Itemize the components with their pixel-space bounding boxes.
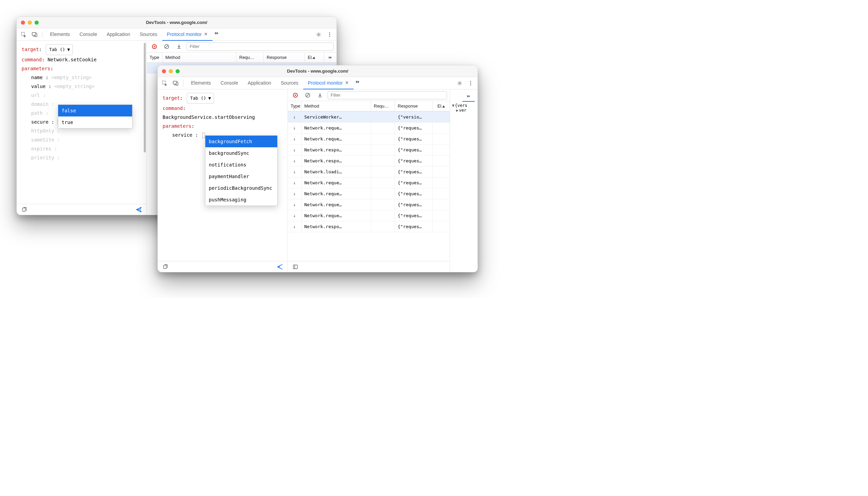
dropdown-option[interactable]: periodicBackgroundSync <box>205 182 277 194</box>
cell-response: {"reques… <box>395 145 433 155</box>
device-toolbar-icon[interactable] <box>30 30 39 39</box>
boolean-autocomplete-dropdown[interactable]: falsetrue <box>58 104 132 128</box>
tab-protocol-monitor[interactable]: Protocol monitor ✕ <box>162 28 213 41</box>
tab-console[interactable]: Console <box>216 77 243 89</box>
grid-row[interactable]: ↓Network.loadi…{"reques… <box>288 166 450 177</box>
enum-autocomplete-dropdown[interactable]: backgroundFetchbackgroundSyncnotificatio… <box>205 135 278 206</box>
col-response[interactable]: Response <box>264 52 305 62</box>
param-name: domain <box>31 101 49 107</box>
cell-elapsed <box>433 134 450 144</box>
minimize-window-icon[interactable] <box>169 69 173 73</box>
record-icon[interactable] <box>291 90 300 100</box>
cell-method: Network.loadi… <box>302 166 371 177</box>
col-type[interactable]: Type <box>288 101 302 111</box>
dropdown-option[interactable]: pushMessaging <box>205 194 277 206</box>
save-icon[interactable] <box>174 42 184 51</box>
close-tab-icon[interactable]: ✕ <box>204 32 208 37</box>
dropdown-option[interactable]: false <box>58 105 132 116</box>
close-tab-icon[interactable]: ✕ <box>345 80 349 85</box>
filter-input[interactable] <box>187 42 334 51</box>
tab-application[interactable]: Application <box>243 77 276 89</box>
tab-elements[interactable]: Elements <box>45 28 75 41</box>
grid-row[interactable]: ↓Network.respo…{"reques… <box>288 221 450 232</box>
maximize-window-icon[interactable] <box>176 69 180 73</box>
dropdown-option[interactable]: notifications <box>205 159 277 171</box>
toggle-sidebar-icon[interactable] <box>291 262 300 272</box>
col-request[interactable]: Requ… <box>237 52 264 62</box>
col-elapsed[interactable]: El.▴ <box>305 52 324 62</box>
tab-elements[interactable]: Elements <box>186 77 216 89</box>
send-icon[interactable] <box>134 205 144 214</box>
close-window-icon[interactable] <box>21 21 25 25</box>
tab-sources[interactable]: Sources <box>135 28 162 41</box>
target-select[interactable]: Tab () ▼ <box>46 44 73 55</box>
param-row[interactable]: priority : <box>31 153 142 162</box>
grid-row[interactable]: ↓Network.reque…{"reques… <box>288 188 450 199</box>
settings-icon[interactable] <box>314 30 323 39</box>
param-row[interactable]: url : <box>31 91 142 100</box>
grid-row[interactable]: ↓Network.reque…{"reques… <box>288 123 450 134</box>
grid-row[interactable]: ↓Network.reque…{"reques… <box>288 177 450 188</box>
col-method[interactable]: Method <box>163 52 237 62</box>
tree-child[interactable]: ▶ver <box>451 108 476 113</box>
command-value[interactable]: Network.setCookie <box>48 57 97 62</box>
device-toolbar-icon[interactable] <box>171 78 180 88</box>
cell-response: {"reques… <box>395 166 433 177</box>
more-columns-icon[interactable] <box>324 52 336 62</box>
close-window-icon[interactable] <box>162 69 166 73</box>
tab-protocol-monitor[interactable]: Protocol monitor ✕ <box>303 77 354 89</box>
filter-input[interactable] <box>328 91 447 99</box>
target-label: target <box>22 47 39 52</box>
copy-icon[interactable] <box>20 205 29 214</box>
grid-row[interactable]: ↓Network.reque…{"reques… <box>288 210 450 221</box>
clear-icon[interactable] <box>303 90 312 100</box>
inspect-icon[interactable] <box>19 30 28 39</box>
more-tabs-icon[interactable] <box>354 77 362 87</box>
clear-icon[interactable] <box>162 42 171 51</box>
col-method[interactable]: Method <box>302 101 371 111</box>
tab-application[interactable]: Application <box>102 28 135 41</box>
settings-icon[interactable] <box>455 78 464 88</box>
kebab-menu-icon[interactable] <box>466 78 475 88</box>
tree-root[interactable]: ▼{vers <box>451 103 476 108</box>
tab-sources[interactable]: Sources <box>276 77 303 89</box>
grid-row[interactable]: ↓Network.reque…{"reques… <box>288 199 450 210</box>
dropdown-option[interactable]: true <box>58 116 132 128</box>
cell-response: {"reques… <box>395 177 433 188</box>
maximize-window-icon[interactable] <box>35 21 39 25</box>
grid-row[interactable]: ↓Network.respo…{"reques… <box>288 156 450 166</box>
inspect-icon[interactable] <box>160 78 169 88</box>
more-tabs-icon[interactable] <box>213 28 221 38</box>
scrollbar[interactable] <box>143 41 146 203</box>
param-value[interactable]: <empty_string> <box>51 75 92 80</box>
svg-point-13 <box>470 81 471 82</box>
grid-row[interactable]: ↓Network.respo…{"reques… <box>288 145 450 156</box>
arrow-down-icon: ↓ <box>288 112 302 122</box>
tab-console[interactable]: Console <box>75 28 102 41</box>
col-elapsed[interactable]: El.▴ <box>433 101 450 111</box>
command-value[interactable]: BackgroundService.startObserving <box>163 114 255 120</box>
grid-row[interactable]: ↓Network.reque…{"reques… <box>288 134 450 145</box>
col-response[interactable]: Response <box>395 101 433 111</box>
grid-row[interactable]: ↓ServiceWorker…{"versio… <box>288 112 450 123</box>
dropdown-option[interactable]: backgroundFetch <box>205 136 277 147</box>
minimize-window-icon[interactable] <box>28 21 32 25</box>
param-row[interactable]: name : <empty_string> <box>31 73 142 82</box>
param-row[interactable]: sameSite : <box>31 135 142 144</box>
col-request[interactable]: Requ… <box>371 101 395 111</box>
target-select[interactable]: Tab () ▼ <box>187 93 214 104</box>
record-icon[interactable] <box>150 42 159 51</box>
col-type[interactable]: Type <box>147 52 163 62</box>
more-tabs-icon[interactable] <box>462 91 475 102</box>
save-icon[interactable] <box>315 90 325 100</box>
send-icon[interactable] <box>275 262 285 272</box>
param-value[interactable]: <empty_string> <box>54 84 94 89</box>
copy-icon[interactable] <box>161 262 170 272</box>
grid-header: Type Method Requ… Response El.▴ <box>288 101 450 111</box>
dropdown-option[interactable]: backgroundSync <box>205 147 277 159</box>
kebab-menu-icon[interactable] <box>325 30 334 39</box>
cell-response: {"reques… <box>395 134 433 144</box>
param-row[interactable]: value : <empty_string> <box>31 82 142 91</box>
param-row[interactable]: expires : <box>31 144 142 153</box>
dropdown-option[interactable]: paymentHandler <box>205 171 277 182</box>
